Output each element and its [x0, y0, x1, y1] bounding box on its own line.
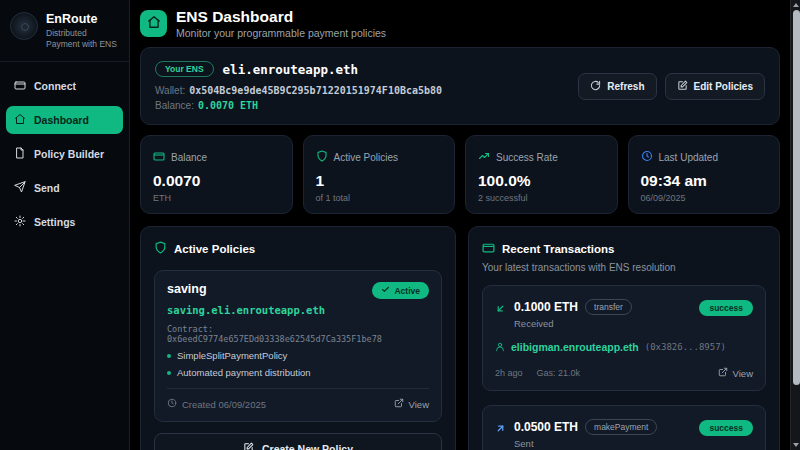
sidebar-item-label: Policy Builder [34, 148, 104, 160]
ens-info-card: Your ENS eli.enrouteapp.eth Wallet:0x504… [140, 47, 780, 125]
balance-value: 0.0070 ETH [198, 100, 258, 111]
stat-value: 1 [316, 172, 443, 190]
refresh-icon [590, 80, 601, 93]
shield-icon [154, 240, 167, 258]
sidebar-item-label: Settings [34, 216, 75, 228]
page-header: ENS Dashboard Monitor your programmable … [140, 8, 780, 39]
tx-amount: 0.0500 ETH [514, 420, 578, 434]
external-link-icon [718, 367, 728, 379]
sidebar-nav: Connect Dashboard Policy Builder Send Se… [0, 62, 129, 246]
stat-label: Balance [171, 152, 207, 163]
tx-view-link[interactable]: View [718, 367, 753, 379]
stats-row: Balance 0.0070 ETH Active Policies 1 of … [140, 135, 780, 214]
stat-card-success-rate: Success Rate 100.0% 2 successful [465, 135, 618, 214]
sidebar-item-settings[interactable]: Settings [6, 208, 123, 236]
balance-row: Balance:0.0070 ETH [155, 100, 442, 111]
scroll-up-arrow[interactable] [791, 0, 800, 10]
app-logo-icon [10, 12, 38, 40]
policy-ens-name: saving.eli.enrouteapp.eth [167, 304, 429, 316]
sidebar-item-label: Send [34, 182, 60, 194]
app-subtitle: Distributed Payment with ENS [46, 28, 121, 49]
tx-gas: Gas: 21.0k [537, 368, 581, 378]
policy-card: saving Active saving.eli.enrouteapp.eth … [154, 270, 442, 422]
refresh-button[interactable]: Refresh [578, 73, 656, 100]
recent-transactions-panel: Recent Transactions Your latest transact… [468, 226, 780, 450]
stat-value: 0.0070 [153, 172, 280, 190]
stat-card-active-policies: Active Policies 1 of 1 total [303, 135, 456, 214]
tx-counterparty-ens[interactable]: elibigman.enrouteapp.eth [511, 341, 639, 353]
page-subtitle: Monitor your programmable payment polici… [176, 27, 386, 39]
transaction-card: success 0.1000 ETHtransfer Received elib… [482, 285, 766, 391]
policy-status-badge: Active [372, 282, 429, 299]
stat-sub: 06/09/2025 [641, 193, 768, 203]
stat-sub: of 1 total [316, 193, 443, 203]
tx-amount: 0.1000 ETH [514, 300, 578, 314]
scrollbar-thumb[interactable] [793, 10, 800, 385]
main-content: ENS Dashboard Monitor your programmable … [130, 0, 790, 450]
tx-direction: Received [514, 318, 632, 329]
dashboard-header-icon [140, 10, 167, 37]
policy-contract: Contract: 0x6eedC9774e657EDd03338e62545d… [167, 324, 429, 344]
arrow-down-left-icon [495, 300, 506, 318]
bullet-dot [167, 354, 171, 358]
edit-icon [677, 80, 688, 93]
create-new-policy-button[interactable]: Create New Policy [154, 433, 442, 450]
wallet-address: 0x504Bc9e9de45B9C295b71220151974F10Bca5b… [189, 85, 442, 96]
your-ens-badge: Your ENS [155, 61, 214, 77]
stat-label: Active Policies [334, 152, 398, 163]
vertical-scrollbar[interactable] [790, 0, 800, 450]
tx-counterparty-address: (0x3826...8957) [645, 342, 726, 352]
stat-value: 100.0% [478, 172, 605, 190]
sidebar-item-label: Connect [34, 80, 76, 92]
policy-feature: SimpleSplitPaymentPolicy [167, 350, 429, 361]
balance-label: Balance: [155, 100, 194, 111]
tx-type-badge: makePayment [585, 419, 657, 435]
tx-direction: Sent [514, 438, 657, 449]
gear-icon [14, 215, 26, 229]
active-policies-panel: Active Policies saving Active saving.eli… [140, 226, 456, 450]
refresh-button-label: Refresh [607, 81, 644, 92]
edit-icon [243, 442, 254, 450]
trend-up-icon [478, 148, 490, 166]
app-logo-block: EnRoute Distributed Payment with ENS [0, 0, 129, 62]
stat-label: Success Rate [496, 152, 558, 163]
sidebar-item-policy-builder[interactable]: Policy Builder [6, 140, 123, 168]
policy-view-link[interactable]: View [394, 398, 429, 410]
document-icon [14, 147, 26, 161]
wallet-icon [482, 240, 495, 258]
bullet-dot [167, 371, 171, 375]
person-icon [495, 338, 505, 356]
wallet-row: Wallet:0x504Bc9e9de45B9C295b71220151974F… [155, 85, 442, 96]
panel-subtitle: Your latest transactions with ENS resolu… [482, 262, 766, 273]
panel-title: Active Policies [174, 243, 255, 255]
external-link-icon [394, 398, 404, 410]
tx-type-badge: transfer [585, 299, 632, 315]
app-name: EnRoute [46, 12, 121, 26]
ens-name: eli.enrouteapp.eth [223, 62, 358, 77]
clock-icon [641, 148, 653, 166]
sidebar-item-dashboard[interactable]: Dashboard [6, 106, 123, 134]
edit-policies-button[interactable]: Edit Policies [665, 73, 765, 100]
sidebar-item-send[interactable]: Send [6, 174, 123, 202]
shield-icon [316, 148, 328, 166]
wallet-icon [14, 79, 26, 93]
policy-name: saving [167, 282, 207, 296]
stat-sub: 2 successful [478, 193, 605, 203]
page-title: ENS Dashboard [176, 8, 386, 26]
stat-sub: ETH [153, 193, 280, 203]
sidebar: EnRoute Distributed Payment with ENS Con… [0, 0, 130, 450]
arrow-up-right-icon [495, 420, 506, 438]
edit-policies-button-label: Edit Policies [694, 81, 753, 92]
sidebar-item-connect[interactable]: Connect [6, 72, 123, 100]
tx-status-badge: success [699, 300, 753, 316]
tx-status-badge: success [699, 420, 753, 436]
sidebar-item-label: Dashboard [34, 114, 89, 126]
create-new-policy-label: Create New Policy [262, 443, 353, 450]
stat-value: 09:34 am [641, 172, 768, 190]
check-icon [381, 285, 390, 296]
transaction-card: success 0.0500 ETHmakePayment Sent To:0x… [482, 405, 766, 450]
tx-counterparty: elibigman.enrouteapp.eth (0x3826...8957) [495, 338, 753, 356]
scroll-down-arrow[interactable] [791, 440, 800, 450]
tx-time: 2h ago [495, 368, 523, 378]
stat-card-last-updated: Last Updated 09:34 am 06/09/2025 [628, 135, 781, 214]
